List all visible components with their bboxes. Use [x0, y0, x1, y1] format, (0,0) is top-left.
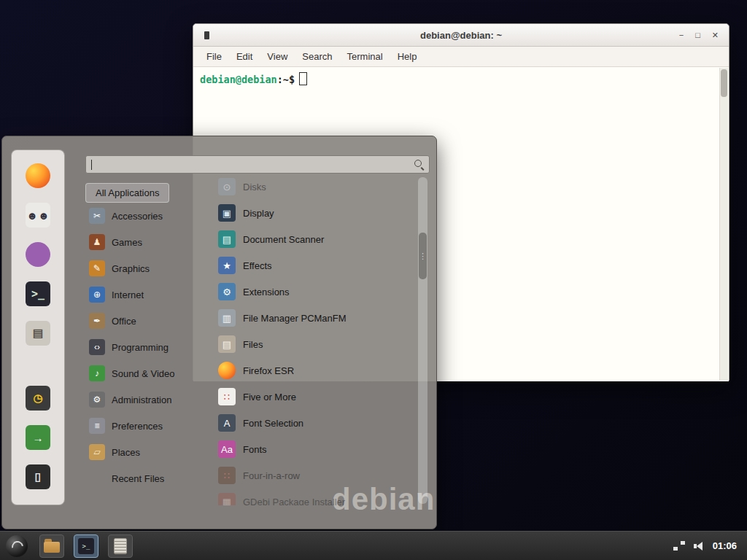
terminal-menu-search[interactable]: Search — [295, 48, 339, 65]
favorites-panel: ☻☻>_▤ ◷→▯ — [11, 149, 65, 505]
places-category-icon: ▱ — [89, 444, 105, 460]
terminal-menu-file[interactable]: File — [199, 48, 229, 65]
category-label: Accessories — [112, 211, 163, 222]
app-list-scrollbar-thumb[interactable] — [419, 233, 427, 279]
gdebi-package-installer-icon: ▦ — [218, 493, 236, 505]
minimize-button[interactable]: − — [679, 31, 684, 39]
category-places[interactable]: ▱Places — [85, 439, 205, 465]
category-recent-files[interactable]: Recent Files — [85, 465, 205, 491]
terminal-menu-terminal[interactable]: Terminal — [340, 48, 390, 65]
close-button[interactable]: ✕ — [712, 31, 719, 39]
terminal-cursor — [299, 72, 307, 85]
prompt-user: debian@debian — [200, 74, 277, 85]
category-label: Sound & Video — [112, 368, 175, 379]
search-box[interactable] — [85, 155, 430, 174]
preferences-category-icon: ≡ — [89, 418, 105, 434]
taskbar-terminal-button[interactable]: >_ — [74, 534, 98, 558]
app-label: Five or More — [243, 392, 296, 402]
files-icon — [114, 538, 127, 554]
five-or-more-icon: ∷ — [218, 388, 236, 405]
terminal-scrollbar-thumb[interactable] — [721, 69, 727, 97]
taskbar-files-button[interactable] — [108, 534, 133, 558]
terminal-window-icon — [204, 31, 209, 39]
logout-button[interactable]: → — [21, 421, 55, 454]
files-icon: ▤ — [218, 335, 236, 353]
category-sound-video[interactable]: ♪Sound & Video — [85, 360, 205, 386]
app-effects[interactable]: ★Effects — [208, 252, 418, 279]
app-fonts[interactable]: AaFonts — [208, 436, 418, 462]
quit-button[interactable]: ▯ — [21, 460, 55, 494]
app-label: Font Selection — [243, 418, 303, 429]
app-disks[interactable]: ⊙Disks — [208, 174, 418, 200]
app-files[interactable]: ▤Files — [208, 331, 418, 357]
search-input[interactable] — [92, 156, 414, 173]
category-label: Preferences — [112, 421, 163, 432]
application-menu: debian ☻☻>_▤ ◷→▯ All Applications✂Access… — [1, 136, 437, 529]
category-games[interactable]: ♟Games — [85, 229, 205, 255]
category-internet[interactable]: ⊕Internet — [85, 281, 205, 308]
favorite-terminal[interactable]: >_ — [21, 277, 55, 311]
maximize-button[interactable]: □ — [695, 31, 700, 39]
app-list-scrollbar[interactable] — [418, 177, 427, 504]
terminal-menu-view[interactable]: View — [260, 48, 295, 65]
app-document-scanner[interactable]: ▤Document Scanner — [208, 226, 418, 252]
category-office[interactable]: ✒Office — [85, 308, 205, 334]
category-programming[interactable]: ‹›Programming — [85, 334, 205, 360]
document-scanner-icon: ▤ — [218, 230, 236, 248]
app-file-manager-pcmanfm[interactable]: ▥File Manager PCManFM — [208, 305, 418, 331]
font-selection-icon: A — [218, 414, 236, 432]
terminal-title: debian@debian: ~ — [193, 30, 729, 41]
category-graphics[interactable]: ✎Graphics — [85, 255, 205, 281]
menu-button[interactable] — [6, 535, 28, 557]
category-accessories[interactable]: ✂Accessories — [85, 203, 205, 229]
quit-icon: ▯ — [26, 464, 50, 489]
favorite-chat-app[interactable] — [21, 238, 55, 271]
prompt-path: :~$ — [277, 74, 295, 85]
category-all-applications[interactable]: All Applications — [85, 183, 169, 203]
file-manager-pcmanfm-icon: ▥ — [218, 309, 236, 327]
app-extensions[interactable]: ⚙Extensions — [208, 279, 418, 305]
app-firefox-esr[interactable]: Firefox ESR — [208, 357, 418, 384]
folder-icon — [44, 542, 60, 553]
category-label: Recent Files — [112, 473, 164, 484]
app-four-in-a-row[interactable]: ∷Four-in-a-row — [208, 462, 418, 489]
app-font-selection[interactable]: AFont Selection — [208, 410, 418, 436]
app-label: Four-in-a-row — [243, 470, 300, 481]
clock[interactable]: 01:06 — [713, 540, 737, 551]
graphics-category-icon: ✎ — [89, 260, 105, 276]
four-in-a-row-icon: ∷ — [218, 467, 236, 484]
app-five-or-more[interactable]: ∷Five or More — [208, 384, 418, 410]
favorite-firefox[interactable] — [21, 159, 55, 192]
app-label: Document Scanner — [243, 234, 324, 245]
terminal-titlebar[interactable]: debian@debian: ~ −□✕ — [193, 24, 729, 47]
app-label: File Manager PCManFM — [243, 313, 347, 324]
app-gdebi-package-installer[interactable]: ▦GDebi Package Installer — [208, 489, 418, 505]
lock-screen-button[interactable]: ◷ — [21, 381, 55, 415]
chat-app-icon — [26, 242, 50, 267]
sound-video-category-icon: ♪ — [89, 365, 105, 381]
app-display[interactable]: ▣Display — [208, 200, 418, 226]
category-label: Internet — [112, 289, 144, 300]
app-label: Fonts — [243, 444, 267, 455]
terminal-scrollbar[interactable] — [719, 68, 728, 381]
effects-icon: ★ — [218, 257, 236, 274]
favorites-list: ☻☻>_▤ — [21, 159, 55, 356]
category-preferences[interactable]: ≡Preferences — [85, 413, 205, 439]
terminal-menu-help[interactable]: Help — [390, 48, 425, 65]
favorite-file-manager[interactable]: ▤ — [21, 316, 55, 350]
search-icon — [414, 160, 424, 169]
network-icon[interactable] — [673, 541, 685, 551]
disks-icon: ⊙ — [218, 178, 236, 195]
taskbar-file-manager-button[interactable] — [39, 534, 64, 558]
user-accounts-icon: ☻☻ — [26, 203, 50, 228]
firefox-icon — [26, 163, 50, 188]
window-buttons: −□✕ — [679, 31, 729, 39]
programming-category-icon: ‹› — [89, 339, 105, 355]
category-administration[interactable]: ⚙Administration — [85, 386, 205, 413]
terminal-menu-edit[interactable]: Edit — [229, 48, 260, 65]
volume-icon[interactable] — [694, 542, 704, 551]
logout-icon: → — [26, 425, 50, 450]
app-list: ⊙Disks▣Display▤Document Scanner★Effects⚙… — [208, 174, 418, 505]
terminal-icon: >_ — [78, 538, 94, 554]
favorite-user-accounts[interactable]: ☻☻ — [21, 198, 55, 232]
